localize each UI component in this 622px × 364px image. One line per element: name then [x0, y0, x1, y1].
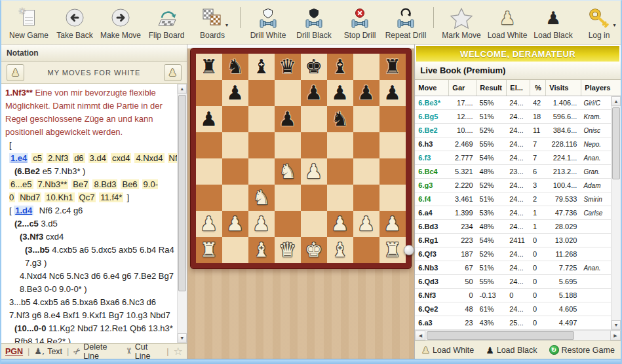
scroll-thumb[interactable]: [427, 331, 574, 340]
notation-move[interactable]: 1.d4: [14, 206, 33, 215]
square-f7[interactable]: ♟: [327, 80, 353, 106]
notation-move[interactable]: 11.f4*: [99, 192, 123, 202]
notation-move[interactable]: Qc7: [78, 192, 96, 202]
book-row-6g3[interactable]: 6.g32.22052%24...3100.4...Adam: [415, 179, 611, 192]
square-h4[interactable]: [379, 158, 406, 185]
square-a3[interactable]: [196, 185, 222, 211]
star-icon[interactable]: ☆: [173, 345, 182, 357]
square-c7[interactable]: [248, 80, 275, 106]
square-a4[interactable]: [196, 158, 222, 185]
notation-move[interactable]: 3...b5 4.cxb5 a6 5.bxa6 Bxa6 6.Nc3 d6 7.…: [9, 297, 170, 320]
notation-move[interactable]: c5: [31, 153, 43, 163]
scroll-track[interactable]: [425, 331, 610, 340]
book-row-6Bd3[interactable]: 6.Bd323448%24...128.029: [415, 220, 611, 234]
square-c4[interactable]: [248, 158, 275, 185]
book-row-6Be2[interactable]: 6.Be210....52%24...11384.6...Onisc: [415, 124, 611, 137]
my-moves-white-button-2[interactable]: ♟: [164, 64, 182, 81]
toolbar-flip-board-button[interactable]: Flip Board: [146, 2, 187, 43]
my-moves-white-button[interactable]: ♟: [7, 64, 24, 81]
square-c3[interactable]: ♞: [248, 185, 275, 211]
cut-line-button[interactable]: ✂ Cut Line: [125, 342, 162, 361]
square-a7[interactable]: [196, 80, 222, 106]
book-row-6a4[interactable]: 6.a41.39953%24...147.736Carlse: [415, 206, 611, 220]
square-g8[interactable]: [353, 54, 379, 80]
notation-move[interactable]: Be6: [121, 179, 138, 189]
notation-move[interactable]: 4.Nxd4 Nc6 5.Nc3 d6 6.e4 g6 7.Be2 Bg7 8.…: [20, 271, 174, 294]
notation-move[interactable]: cxd4: [111, 153, 131, 163]
square-g4[interactable]: [353, 158, 379, 185]
square-f1[interactable]: ♝: [327, 237, 353, 263]
square-a8[interactable]: ♜: [196, 54, 222, 80]
square-g7[interactable]: ♟: [353, 80, 379, 106]
load-white-button[interactable]: ♟ Load White: [421, 345, 474, 355]
notation-move[interactable]: e5 7.Nb3* ): [40, 166, 85, 176]
column-header-el[interactable]: El...: [507, 80, 530, 96]
toolbar-make-move-button[interactable]: Make Move: [100, 2, 142, 43]
scroll-track[interactable]: [178, 94, 187, 333]
book-row-6f4[interactable]: 6.f43.46151%24...279.533Smirin: [415, 192, 611, 206]
square-e8[interactable]: ♚: [301, 54, 327, 80]
square-c6[interactable]: [248, 106, 275, 132]
square-f3[interactable]: [327, 185, 353, 211]
square-g2[interactable]: ♟: [353, 211, 379, 237]
square-e5[interactable]: [301, 132, 327, 158]
book-row-6Qd3[interactable]: 6.Qd35055%24...05.695: [415, 275, 611, 289]
square-g1[interactable]: [353, 237, 379, 263]
notation-move[interactable]: Nf6: [168, 153, 177, 163]
pgn-link[interactable]: PGN: [5, 347, 23, 356]
scroll-down-icon[interactable]: ▼: [612, 320, 621, 330]
toolbar-load-white-button[interactable]: ♟Load White: [486, 2, 528, 43]
book-row-6Bc4[interactable]: 6.Bc45.32148%23...6213.2...Gran.: [415, 165, 611, 179]
square-g5[interactable]: [353, 132, 379, 158]
toolbar-drill-black-button[interactable]: Drill Black: [293, 2, 335, 43]
square-e2[interactable]: [301, 211, 327, 237]
square-a6[interactable]: ♟: [196, 106, 222, 132]
column-header-players[interactable]: Players: [581, 80, 621, 96]
square-d7[interactable]: [275, 80, 301, 106]
book-table-scrollbar[interactable]: ▲ ▼: [611, 96, 621, 330]
notation-move[interactable]: Nbd7: [18, 192, 41, 202]
notation-move[interactable]: (10...0-0: [14, 323, 46, 333]
book-row-6Rg1[interactable]: 6.Rg122354%2411013.020: [415, 234, 611, 247]
notation-move[interactable]: cxd4: [43, 232, 64, 242]
notation-move[interactable]: 1.e4: [9, 153, 28, 163]
square-a2[interactable]: ♟: [196, 211, 222, 237]
notation-move[interactable]: 7.Nb3**: [37, 179, 69, 189]
notation-move[interactable]: 4.Nxd4: [134, 153, 164, 163]
notation-move[interactable]: Be7: [71, 179, 89, 189]
restore-game-button[interactable]: ↻ Restore Game: [549, 345, 615, 355]
notation-move[interactable]: 2.Nf3: [47, 153, 69, 163]
text-button[interactable]: ♟, Text: [34, 346, 62, 356]
column-header-move[interactable]: Move: [415, 80, 449, 96]
square-b8[interactable]: ♞: [222, 54, 248, 80]
square-h2[interactable]: ♟: [379, 211, 406, 237]
toolbar-mark-move-button[interactable]: Mark Move: [440, 2, 482, 43]
scroll-right-icon[interactable]: ▶: [610, 331, 621, 340]
square-f2[interactable]: ♟: [327, 211, 353, 237]
book-row-6Be3[interactable]: 6.Be3*17....55%24...421.406...Giri/C: [415, 96, 611, 110]
scroll-thumb[interactable]: [612, 107, 620, 179]
square-h1[interactable]: ♜: [379, 237, 406, 263]
book-table-hscrollbar[interactable]: ◀ ▶: [415, 330, 621, 340]
square-d8[interactable]: ♛: [275, 54, 301, 80]
square-f4[interactable]: [327, 158, 353, 185]
square-g6[interactable]: [353, 106, 379, 132]
column-header-result[interactable]: Result: [476, 80, 507, 96]
square-e7[interactable]: ♟: [301, 80, 327, 106]
square-a1[interactable]: ♜: [196, 237, 222, 263]
book-row-6Nb3[interactable]: 6.Nb36751%24...07.725Anan.: [415, 261, 611, 275]
notation-move[interactable]: (3.Nf3: [20, 232, 43, 242]
scroll-track[interactable]: [612, 106, 621, 320]
square-c2[interactable]: ♟: [248, 211, 275, 237]
square-b3[interactable]: [222, 185, 248, 211]
square-c1[interactable]: ♝: [248, 237, 275, 263]
notation-move[interactable]: Nf6 2.c4 g6: [37, 206, 83, 215]
toolbar-new-game-button[interactable]: ✳New Game: [8, 2, 50, 43]
scroll-down-icon[interactable]: ▼: [178, 333, 187, 343]
toolbar-boards-button[interactable]: ▾Boards: [191, 2, 233, 43]
notation-move[interactable]: [: [9, 140, 12, 150]
square-d2[interactable]: [275, 211, 301, 237]
notation-move[interactable]: (6.Be2: [14, 166, 40, 176]
toolbar-log-in-button[interactable]: ▾Log in: [578, 2, 620, 43]
square-f5[interactable]: [327, 132, 353, 158]
